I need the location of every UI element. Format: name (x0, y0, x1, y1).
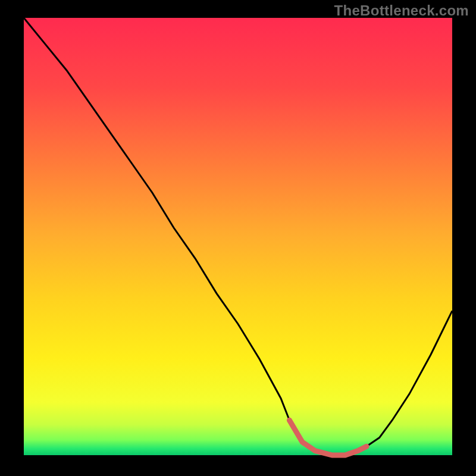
chart-frame: { "watermark": "TheBottleneck.com", "col… (0, 0, 476, 476)
bottleneck-chart (0, 0, 476, 476)
watermark-text: TheBottleneck.com (334, 2, 469, 19)
chart-gradient-background (24, 18, 452, 455)
